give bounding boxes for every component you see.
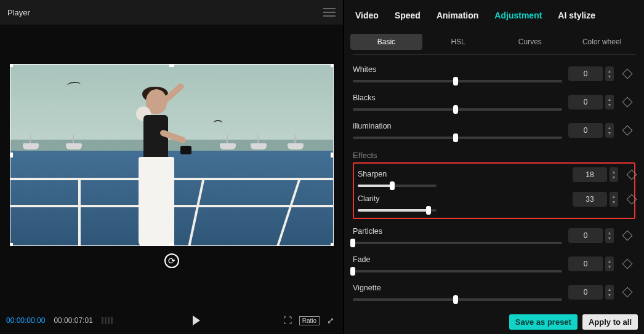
tab-animation[interactable]: Animation <box>437 10 478 20</box>
ratio-button[interactable]: Ratio <box>299 316 320 325</box>
save-preset-button[interactable]: Save as preset <box>509 314 578 330</box>
illumination-slider[interactable] <box>353 137 562 139</box>
fullscreen-icon[interactable]: ⤢ <box>324 313 337 328</box>
preview-area: ⟳ <box>0 25 343 307</box>
reset-icon[interactable] <box>622 231 633 241</box>
tab-speed[interactable]: Speed <box>395 10 421 20</box>
reset-icon[interactable] <box>627 194 637 205</box>
blacks-value[interactable]: 0 <box>568 95 603 109</box>
reset-icon[interactable] <box>622 287 633 298</box>
slider-thumb[interactable] <box>350 267 355 276</box>
subtab-color-wheel[interactable]: Color wheel <box>566 34 638 50</box>
slider-thumb[interactable] <box>350 239 355 247</box>
reset-icon[interactable] <box>622 259 633 269</box>
subtab-hsl[interactable]: HSL <box>422 34 494 50</box>
stepper[interactable]: ▲▼ <box>610 192 618 207</box>
param-label: Sharpen <box>358 170 437 178</box>
menu-icon[interactable] <box>323 8 336 17</box>
footer-actions: Save as preset Apply to all <box>344 309 644 334</box>
illumination-value[interactable]: 0 <box>568 123 603 138</box>
slider-thumb[interactable] <box>390 181 395 190</box>
play-button[interactable] <box>193 316 200 325</box>
tab-adjustment[interactable]: Adjustment <box>494 10 542 20</box>
stepper[interactable]: ▲▼ <box>610 167 618 182</box>
apply-all-button[interactable]: Apply to all <box>582 314 638 330</box>
frame-step-icon[interactable] <box>102 317 113 324</box>
reset-icon[interactable] <box>622 125 633 136</box>
vignette-value[interactable]: 0 <box>568 285 603 300</box>
blacks-slider[interactable] <box>353 108 562 111</box>
param-label: Clarity <box>358 194 437 203</box>
params-list: Whites 0 ▲▼ Blacks 0 ▲▼ <box>344 56 644 309</box>
stepper[interactable]: ▲▼ <box>605 256 614 271</box>
adjustment-subtabs: Basic HSL Curves Color wheel <box>344 31 644 53</box>
param-label: Whites <box>353 65 562 74</box>
slider-thumb[interactable] <box>426 206 431 215</box>
stepper[interactable]: ▲▼ <box>605 228 614 243</box>
timecode-total: 00:00:07:01 <box>54 316 92 325</box>
subtab-basic[interactable]: Basic <box>350 34 422 50</box>
clarity-value[interactable]: 33 <box>573 192 607 207</box>
clarity-slider[interactable] <box>358 209 437 212</box>
player-controls: 00:00:00:00 00:00:07:01 ⛶ Ratio ⤢ <box>0 307 343 334</box>
crop-icon[interactable]: ⛶ <box>281 313 294 328</box>
player-title: Player <box>7 8 30 17</box>
param-vignette: Vignette 0 ▲▼ <box>353 278 635 306</box>
slider-thumb[interactable] <box>453 77 458 85</box>
inspector-panel: Video Speed Animation Adjustment AI styl… <box>343 0 644 334</box>
fade-value[interactable]: 0 <box>568 256 603 271</box>
stepper[interactable]: ▲▼ <box>605 285 614 300</box>
reset-icon[interactable] <box>622 69 633 79</box>
param-whites: Whites 0 ▲▼ <box>353 60 635 88</box>
player-panel: Player ⟳ 00:00:00:00 00:00:07:01 ⛶ Ratio <box>0 0 343 334</box>
tab-ai-stylize[interactable]: AI stylize <box>558 10 595 20</box>
refresh-icon[interactable]: ⟳ <box>164 253 179 268</box>
param-label: Vignette <box>353 284 562 292</box>
fade-slider[interactable] <box>353 270 562 272</box>
section-effects: Effects <box>353 145 635 162</box>
slider-thumb[interactable] <box>453 295 458 304</box>
param-label: Blacks <box>353 93 562 102</box>
vignette-slider[interactable] <box>353 298 562 301</box>
whites-slider[interactable] <box>353 80 562 82</box>
particles-value[interactable]: 0 <box>568 228 603 243</box>
param-fade: Fade 0 ▲▼ <box>353 250 635 278</box>
player-header: Player <box>0 0 343 25</box>
reset-icon[interactable] <box>627 170 637 180</box>
stepper[interactable]: ▲▼ <box>605 66 614 81</box>
main-tabs: Video Speed Animation Adjustment AI styl… <box>344 0 644 31</box>
param-label: Particles <box>353 227 562 236</box>
particles-slider[interactable] <box>353 242 562 244</box>
slider-thumb[interactable] <box>453 105 458 114</box>
param-illumination: illumination 0 ▲▼ <box>353 116 635 145</box>
video-frame[interactable] <box>10 64 334 246</box>
param-label: illumination <box>353 122 562 130</box>
param-blacks: Blacks 0 ▲▼ <box>353 88 635 116</box>
subtab-curves[interactable]: Curves <box>494 34 566 50</box>
timecode-current[interactable]: 00:00:00:00 <box>6 316 45 325</box>
stepper[interactable]: ▲▼ <box>605 95 614 109</box>
whites-value[interactable]: 0 <box>568 66 603 81</box>
stepper[interactable]: ▲▼ <box>605 123 614 138</box>
sharpen-value[interactable]: 18 <box>573 167 607 182</box>
param-particles: Particles 0 ▲▼ <box>353 221 635 250</box>
reset-icon[interactable] <box>622 97 633 108</box>
tab-video[interactable]: Video <box>355 10 379 20</box>
slider-thumb[interactable] <box>453 133 458 142</box>
sharpen-slider[interactable] <box>358 185 437 187</box>
param-label: Fade <box>353 255 562 264</box>
